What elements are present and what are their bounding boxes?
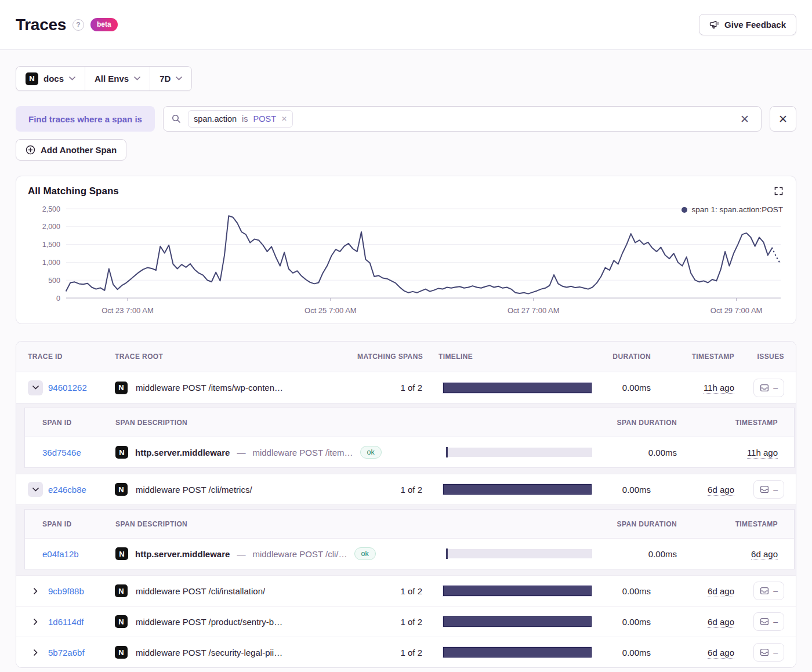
column-header-span-description: SPAN DESCRIPTION	[115, 520, 446, 528]
column-header-trace-root: TRACE ROOT	[115, 353, 357, 361]
span-description-cell: Nhttp.server.middleware—middleware POST …	[115, 446, 446, 459]
span-timestamp-cell: 11h ago	[677, 448, 782, 457]
y-axis-tick-label: 1,000	[42, 259, 60, 267]
span-timeline-bar	[446, 448, 592, 457]
x-axis-tick-label: Oct 27 7:00 AM	[507, 306, 560, 315]
issues-count: –	[773, 485, 778, 493]
issues-button[interactable]: –	[753, 379, 784, 397]
nextjs-project-icon: N	[115, 646, 128, 659]
trace-timestamp[interactable]: 6d ago	[708, 617, 734, 628]
page-title: Traces	[16, 16, 66, 34]
spans-subtable-header: SPAN IDSPAN DESCRIPTIONSPAN DURATIONTIME…	[25, 510, 794, 539]
span-description: middleware POST /item…	[252, 448, 353, 457]
date-range-filter[interactable]: 7D	[150, 67, 191, 90]
token-remove-icon[interactable]: ✕	[281, 115, 287, 122]
span-search-bar[interactable]: span.action is POST ✕ ✕	[163, 106, 762, 132]
span-id-link[interactable]: e04fa12b	[42, 549, 79, 559]
column-header-matching-spans: MATCHING SPANS	[357, 353, 438, 361]
nextjs-project-icon: N	[115, 446, 128, 459]
title-wrap: Traces ? beta	[16, 16, 118, 34]
x-axis-tick-label: Oct 29 7:00 AM	[710, 306, 763, 315]
span-row: e04fa12bNhttp.server.middleware—middlewa…	[25, 539, 794, 569]
help-icon[interactable]: ?	[72, 19, 84, 31]
matching-spans-count: 1 of 2	[357, 648, 438, 658]
trace-duration: 0.00ms	[601, 383, 666, 393]
span-query-label: Find traces where a span is	[16, 106, 155, 132]
column-header-span-duration: SPAN DURATION	[608, 520, 677, 528]
collapse-row-button[interactable]	[28, 482, 43, 497]
trace-timestamp[interactable]: 11h ago	[704, 383, 734, 394]
trace-timeline-cell	[438, 647, 601, 658]
chart-legend[interactable]: span 1: span.action:POST	[682, 205, 783, 214]
expand-row-button[interactable]	[28, 614, 43, 629]
trace-timestamp-cell: 6d ago	[666, 617, 734, 627]
span-operation: http.server.middleware	[135, 549, 230, 559]
issues-button[interactable]: –	[753, 612, 784, 631]
separator: —	[237, 448, 245, 457]
issues-icon	[760, 485, 769, 494]
issues-icon	[760, 617, 769, 626]
trace-row: 1d6114dfNmiddleware POST /product/sentry…	[16, 606, 796, 637]
beta-badge: beta	[90, 18, 118, 31]
expand-row-button[interactable]	[28, 645, 43, 660]
clear-search-button[interactable]: ✕	[737, 110, 753, 128]
column-header-span-id: SPAN ID	[37, 520, 115, 528]
expand-chart-button[interactable]	[773, 186, 784, 198]
trace-timestamp[interactable]: 6d ago	[708, 485, 734, 496]
trace-root-cell: Nmiddleware POST /security-legal-pii…	[115, 646, 357, 659]
add-another-span-button[interactable]: Add Another Span	[16, 139, 126, 161]
nextjs-project-icon: N	[26, 72, 38, 85]
span-id-link[interactable]: 36d7546e	[42, 448, 81, 457]
trace-id-cell: 5b72a6bf	[28, 645, 115, 660]
environment-filter[interactable]: All Envs	[85, 67, 150, 90]
issues-button[interactable]: –	[753, 582, 784, 600]
expand-row-button[interactable]	[28, 583, 43, 598]
trace-timeline-bar	[443, 484, 592, 495]
collapse-row-button[interactable]	[28, 380, 43, 395]
table-header-row: TRACE IDTRACE ROOTMATCHING SPANSTIMELINE…	[16, 342, 796, 372]
span-timestamp[interactable]: 11h ago	[747, 448, 778, 459]
fullscreen-icon	[774, 187, 783, 197]
trace-id-link[interactable]: 9cb9f88b	[48, 586, 84, 596]
trace-root-cell: Nmiddleware POST /product/sentry-b…	[115, 615, 357, 628]
chevron-down-icon	[69, 77, 75, 81]
give-feedback-button[interactable]: Give Feedback	[699, 14, 796, 35]
trace-timestamp-cell: 6d ago	[666, 485, 734, 495]
trace-id-link[interactable]: 5b72a6bf	[48, 648, 85, 658]
y-axis-tick-label: 0	[56, 295, 60, 303]
span-status-badge: ok	[354, 547, 376, 560]
trace-root-cell: Nmiddleware POST /cli/installation/	[115, 584, 357, 597]
matching-spans-count: 1 of 2	[357, 485, 438, 495]
trace-id-link[interactable]: 94601262	[48, 383, 87, 393]
span-id-cell: 36d7546e	[37, 448, 115, 457]
date-range-label: 7D	[160, 74, 171, 83]
trace-timeline-bar	[443, 647, 592, 658]
page-filter-bar: N docs All Envs 7D	[16, 66, 192, 91]
chevron-right-icon	[34, 588, 38, 594]
trace-timestamp[interactable]: 6d ago	[708, 648, 734, 659]
y-axis-tick-label: 2,000	[42, 223, 60, 231]
token-operator: is	[242, 114, 248, 123]
add-another-span-label: Add Another Span	[41, 145, 117, 155]
expanded-spans-section: SPAN IDSPAN DESCRIPTIONSPAN DURATIONTIME…	[16, 403, 796, 474]
trace-timeline-cell	[438, 586, 601, 596]
project-filter[interactable]: N docs	[16, 67, 85, 90]
trace-timestamp[interactable]: 6d ago	[708, 586, 734, 597]
issues-icon	[760, 648, 769, 657]
search-icon	[172, 114, 181, 123]
issues-button[interactable]: –	[753, 643, 784, 662]
trace-id-link[interactable]: e246cb8e	[48, 485, 86, 495]
span-timestamp[interactable]: 6d ago	[751, 549, 778, 560]
trace-root-label: middleware POST /cli/metrics/	[136, 485, 252, 495]
trace-duration: 0.00ms	[601, 586, 666, 596]
span-duration: 0.00ms	[608, 549, 677, 559]
issues-icon	[760, 383, 769, 393]
trace-id-link[interactable]: 1d6114df	[48, 617, 84, 627]
nextjs-project-icon: N	[115, 584, 128, 597]
remove-span-query-button[interactable]: ✕	[770, 106, 796, 132]
span-timestamp-cell: 6d ago	[677, 549, 782, 559]
search-token-span-action[interactable]: span.action is POST ✕	[188, 110, 293, 128]
issues-button[interactable]: –	[753, 480, 784, 499]
trace-row: e246cb8eNmiddleware POST /cli/metrics/1 …	[16, 474, 796, 504]
issues-icon	[760, 586, 769, 595]
